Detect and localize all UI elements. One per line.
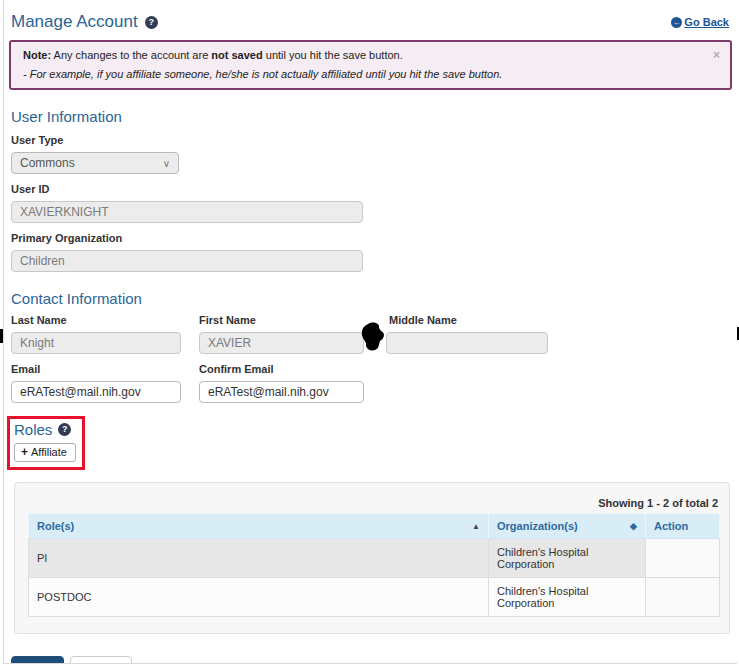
confirm-email-label: Confirm Email xyxy=(199,363,364,376)
action-cell xyxy=(646,578,720,617)
plus-icon: + xyxy=(21,447,28,458)
roles-highlight-box: Roles ? + Affiliate xyxy=(7,416,85,470)
column-header-action: Action xyxy=(646,514,720,539)
sort-asc-icon[interactable]: ▲ xyxy=(472,522,480,531)
user-information-heading: User Information xyxy=(11,108,737,125)
sort-both-icon[interactable]: ◆ xyxy=(630,521,637,531)
chevron-down-icon: ∨ xyxy=(163,158,170,169)
note-bold: not saved xyxy=(211,49,262,61)
note-line2: - For example, if you affiliate someone,… xyxy=(23,68,704,81)
back-arrow-icon: ← xyxy=(671,17,682,28)
role-cell: PI xyxy=(29,539,489,578)
note-seg1: Any changes to the account are xyxy=(51,49,211,61)
note-label: Note: xyxy=(23,49,51,61)
last-name-field xyxy=(11,332,181,354)
organization-cell: Children's Hospital Corporation xyxy=(489,578,646,617)
affiliate-button-label: Affiliate xyxy=(31,446,67,458)
roles-table-panel: Showing 1 - 2 of total 2 Role(s) ▲ Organ… xyxy=(14,482,730,634)
user-id-label: User ID xyxy=(11,183,737,196)
primary-organization-label: Primary Organization xyxy=(11,232,737,245)
user-type-select[interactable]: Commons ∨ xyxy=(11,152,179,174)
column-header-roles[interactable]: Role(s) ▲ xyxy=(29,514,489,539)
column-header-organizations[interactable]: Organization(s) ◆ xyxy=(489,514,646,539)
last-name-label: Last Name xyxy=(11,314,181,327)
table-row: POSTDOC Children's Hospital Corporation xyxy=(29,578,720,617)
showing-count: Showing 1 - 2 of total 2 xyxy=(28,497,720,509)
roles-table: Role(s) ▲ Organization(s) ◆ Action PI Ch… xyxy=(28,513,720,617)
action-cell xyxy=(646,539,720,578)
first-name-label: First Name xyxy=(199,314,364,327)
email-label: Email xyxy=(11,363,181,376)
column-header-action-label: Action xyxy=(654,520,688,532)
middle-name-field xyxy=(386,332,548,354)
column-header-organizations-label: Organization(s) xyxy=(497,520,578,532)
table-row: PI Children's Hospital Corporation xyxy=(29,539,720,578)
go-back-label: Go Back xyxy=(684,16,729,28)
middle-name-label: Middle Name xyxy=(389,314,548,327)
column-header-roles-label: Role(s) xyxy=(37,520,74,532)
note-line1: Note: Any changes to the account are not… xyxy=(23,49,704,62)
save-button[interactable]: Save xyxy=(11,656,64,664)
role-cell: POSTDOC xyxy=(29,578,489,617)
note-seg2: until you hit the save button. xyxy=(263,49,403,61)
note-banner: Note: Any changes to the account are not… xyxy=(9,40,732,90)
user-id-field xyxy=(11,201,363,223)
left-edge-mark xyxy=(0,329,3,343)
primary-organization-field xyxy=(11,250,363,272)
page-title: Manage Account xyxy=(11,12,138,32)
organization-cell: Children's Hospital Corporation xyxy=(489,539,646,578)
close-icon[interactable]: × xyxy=(713,49,720,61)
help-icon[interactable]: ? xyxy=(145,16,158,29)
roles-heading: Roles xyxy=(14,421,52,438)
user-type-label: User Type xyxy=(11,134,737,147)
contact-information-heading: Contact Information xyxy=(11,290,737,307)
affiliate-button[interactable]: + Affiliate xyxy=(14,443,76,462)
email-field[interactable] xyxy=(11,381,181,403)
go-back-link[interactable]: ← Go Back xyxy=(671,16,729,28)
first-name-field xyxy=(199,332,364,354)
page-header: Manage Account ? ← Go Back xyxy=(4,0,737,32)
confirm-email-field[interactable] xyxy=(199,381,364,403)
ink-blot-mark xyxy=(359,322,387,352)
user-type-value: Commons xyxy=(20,156,75,170)
cancel-button[interactable]: Cancel xyxy=(70,656,131,664)
roles-help-icon[interactable]: ? xyxy=(58,423,71,436)
